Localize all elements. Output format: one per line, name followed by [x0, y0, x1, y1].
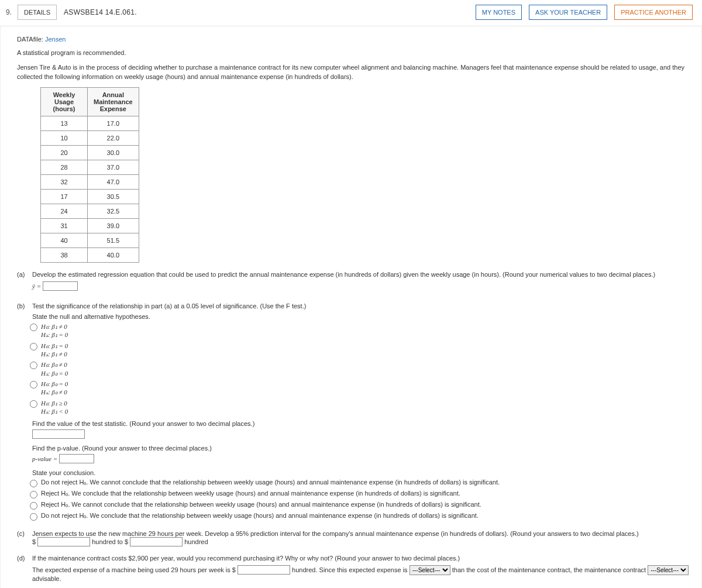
conclusion-option: Reject H₀. We cannot conclude that the r…: [30, 501, 690, 510]
conclusion-option: Do not reject H₀. We conclude that the r…: [30, 512, 690, 521]
practice-another-button[interactable]: PRACTICE ANOTHER: [614, 5, 693, 20]
teststat-input[interactable]: [32, 429, 85, 439]
d-line-d: advisable.: [32, 575, 61, 582]
state-hyp-text: State the null and alternative hypothese…: [32, 313, 690, 320]
table-row: 2837.0: [41, 160, 139, 175]
hypothesis-text: H₀: β₀ = 0Hₐ: β₀ ≠ 0: [41, 380, 68, 397]
conclusion-radio[interactable]: [30, 502, 37, 510]
hypothesis-radio[interactable]: [30, 343, 37, 350]
conclusion-radio[interactable]: [30, 480, 37, 487]
conclusion-option: Do not reject H₀. We cannot conclude tha…: [30, 479, 690, 487]
cell-expense: 40.0: [88, 248, 139, 263]
cell-usage: 38: [41, 248, 88, 263]
cell-expense: 30.0: [88, 146, 139, 160]
hypothesis-radio[interactable]: [30, 400, 37, 408]
d-line-c: than the cost of the maintenance contrac…: [452, 566, 646, 573]
cell-usage: 31: [41, 219, 88, 233]
conclusion-radio[interactable]: [30, 513, 37, 521]
table-row: 3139.0: [41, 219, 139, 233]
question-number: 9.: [6, 8, 12, 16]
d-line-a: The expected expense of a machine being …: [32, 566, 236, 573]
cell-usage: 17: [41, 190, 88, 204]
hypothesis-radio[interactable]: [30, 324, 37, 331]
yhat-label: ŷ =: [32, 283, 41, 290]
my-notes-button[interactable]: MY NOTES: [476, 5, 522, 20]
conclusion-radio[interactable]: [30, 491, 37, 498]
hypothesis-text: H₀: β₀ ≠ 0Hₐ: β₀ = 0: [41, 360, 68, 377]
cell-expense: 39.0: [88, 219, 139, 233]
cell-usage: 40: [41, 233, 88, 248]
part-c-letter: (c): [17, 530, 32, 546]
cell-usage: 10: [41, 131, 88, 146]
cell-expense: 37.0: [88, 160, 139, 175]
dollar-1: $: [32, 538, 36, 545]
col-expense: Annual Maintenance Expense: [88, 88, 139, 116]
hypothesis-text: H₀: β₁ ≥ 0Hₐ: β₁ < 0: [41, 399, 68, 416]
d-line-b: hundred. Since this expected expense is: [292, 566, 408, 573]
teststat-prompt: Find the value of the test statistic. (R…: [32, 420, 690, 427]
part-b-letter: (b): [17, 302, 32, 310]
cell-expense: 47.0: [88, 175, 139, 190]
conclusion-text: Reject H₀. We cannot conclude that the r…: [41, 501, 481, 508]
conclusion-text: Reject H₀. We conclude that the relation…: [41, 490, 460, 497]
hypothesis-option: H₀: β₁ = 0Hₐ: β₁ ≠ 0: [30, 342, 690, 359]
col-usage: Weekly Usage (hours): [41, 88, 88, 116]
conclusion-option: Reject H₀. We conclude that the relation…: [30, 490, 690, 498]
cell-expense: 22.0: [88, 131, 139, 146]
conclusion-options: Do not reject H₀. We cannot conclude tha…: [30, 479, 690, 521]
table-row: 3247.0: [41, 175, 139, 190]
hypothesis-option: H₀: β₀ = 0Hₐ: β₀ ≠ 0: [30, 380, 690, 397]
cell-usage: 20: [41, 146, 88, 160]
cell-usage: 24: [41, 204, 88, 219]
interval-low-input[interactable]: [37, 537, 90, 546]
datafile-label: DATAfile:: [17, 36, 43, 43]
part-d-letter: (d): [17, 555, 32, 582]
hypothesis-option: H₀: β₀ ≠ 0Hₐ: β₀ = 0: [30, 360, 690, 377]
conclusion-label: State your conclusion.: [32, 469, 690, 476]
cell-expense: 30.5: [88, 190, 139, 204]
table-row: 3840.0: [41, 248, 139, 263]
hypothesis-radio[interactable]: [30, 381, 37, 388]
hypothesis-option: H₀: β₁ ≥ 0Hₐ: β₁ < 0: [30, 399, 690, 416]
part-d-text: If the maintenance contract costs $2,900…: [32, 555, 690, 562]
conclusion-text: Do not reject H₀. We conclude that the r…: [41, 512, 479, 520]
source-id: ASWSBE14 14.E.061.: [64, 8, 137, 16]
datafile-link[interactable]: Jensen: [45, 36, 66, 43]
part-a-text: Develop the estimated regression equatio…: [32, 271, 690, 278]
cell-expense: 32.5: [88, 204, 139, 219]
hypothesis-text: H₀: β₁ ≠ 0Hₐ: β₁ = 0: [41, 322, 68, 339]
hypothesis-radio[interactable]: [30, 362, 37, 369]
expected-expense-input[interactable]: [238, 565, 290, 575]
ask-teacher-button[interactable]: ASK YOUR TEACHER: [529, 5, 607, 20]
table-row: 1730.5: [41, 190, 139, 204]
recommendation-text: A statistical program is recommended.: [17, 49, 690, 57]
problem-prompt: Jensen Tire & Auto is in the process of …: [17, 63, 690, 81]
yhat-input[interactable]: [43, 281, 78, 291]
table-row: 2432.5: [41, 204, 139, 219]
pvalue-input[interactable]: [59, 454, 94, 463]
hypothesis-option: H₀: β₁ ≠ 0Hₐ: β₁ = 0: [30, 322, 690, 339]
to-text: hundred to $: [92, 538, 128, 545]
hypothesis-options: H₀: β₁ ≠ 0Hₐ: β₁ = 0H₀: β₁ = 0Hₐ: β₁ ≠ 0…: [30, 322, 690, 415]
pvalue-prompt: Find the p-value. (Round your answer to …: [32, 445, 690, 452]
table-row: 2030.0: [41, 146, 139, 160]
cell-usage: 13: [41, 116, 88, 131]
cell-usage: 28: [41, 160, 88, 175]
cell-expense: 51.5: [88, 233, 139, 248]
table-row: 4051.5: [41, 233, 139, 248]
pvalue-label: p-value =: [32, 455, 57, 462]
cell-expense: 17.0: [88, 116, 139, 131]
hypothesis-text: H₀: β₁ = 0Hₐ: β₁ ≠ 0: [41, 342, 68, 359]
hundred-text: hundred: [184, 538, 208, 545]
compare-select[interactable]: ---Select---: [410, 565, 450, 575]
details-button[interactable]: DETAILS: [18, 5, 57, 20]
interval-high-input[interactable]: [130, 537, 183, 546]
part-b-text: Test the significance of the relationshi…: [32, 302, 690, 310]
part-a-letter: (a): [17, 271, 32, 278]
table-row: 1022.0: [41, 131, 139, 146]
part-c-text: Jensen expects to use the new machine 29…: [32, 530, 639, 537]
table-row: 1317.0: [41, 116, 139, 131]
advisable-select[interactable]: ---Select---: [648, 565, 689, 575]
data-table: Weekly Usage (hours) Annual Maintenance …: [40, 87, 139, 263]
cell-usage: 32: [41, 175, 88, 190]
